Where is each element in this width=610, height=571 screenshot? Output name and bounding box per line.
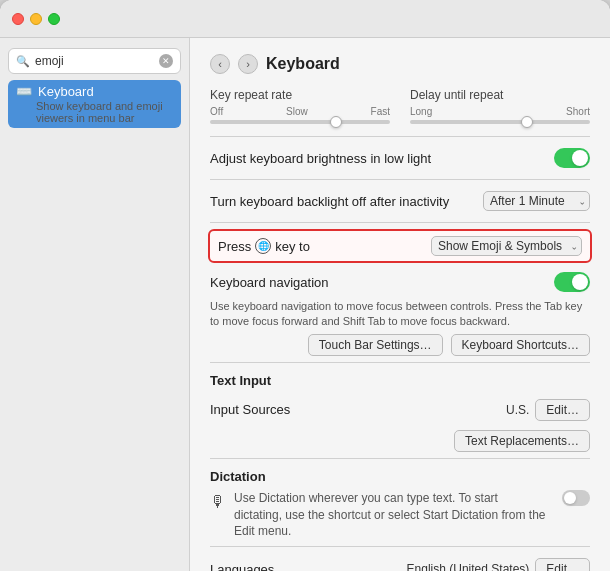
delay-repeat-section: Delay until repeat Long Short [410, 88, 590, 128]
delay-repeat-slider[interactable] [410, 120, 590, 124]
forward-button[interactable]: › [238, 54, 258, 74]
brightness-row: Adjust keyboard brightness in low light [210, 143, 590, 173]
content-area: 🔍 ✕ ⌨️ Keyboard Show keyboard and emoji … [0, 38, 610, 571]
press-key-select-wrapper[interactable]: Show Emoji & Symbols Change Input Source… [431, 236, 582, 256]
press-key-select[interactable]: Show Emoji & Symbols Change Input Source… [431, 236, 582, 256]
dictation-description-row: 🎙 Use Dictation wherever you can type te… [210, 490, 590, 540]
touch-bar-settings-button[interactable]: Touch Bar Settings… [308, 334, 443, 356]
keyboard-icon: ⌨️ [16, 84, 32, 99]
minimize-button[interactable] [30, 13, 42, 25]
microphone-icon: 🎙 [210, 491, 226, 513]
divider-3 [210, 222, 590, 223]
divider-1 [210, 136, 590, 137]
press-key-row: Press 🌐 key to Show Emoji & Symbols Chan… [208, 229, 592, 263]
key-to-text: key to [275, 239, 310, 254]
languages-value: English (United States) [407, 562, 530, 571]
sidebar-item-label: ⌨️ Keyboard [16, 84, 173, 99]
text-input-title: Text Input [210, 373, 590, 388]
delay-repeat-label: Delay until repeat [410, 88, 590, 102]
keyboard-nav-row: Keyboard navigation [210, 267, 590, 297]
globe-icon: 🌐 [255, 238, 271, 254]
divider-4 [210, 362, 590, 363]
press-key-label: Press 🌐 key to [218, 238, 310, 254]
titlebar [0, 0, 610, 38]
sidebar: 🔍 ✕ ⌨️ Keyboard Show keyboard and emoji … [0, 38, 190, 571]
search-icon: 🔍 [16, 55, 30, 68]
backlight-select-wrapper[interactable]: After 1 Minute After 2 Minutes After 5 M… [483, 191, 590, 211]
replacements-btn-row: Text Replacements… [210, 430, 590, 452]
input-sources-label: Input Sources [210, 402, 506, 417]
system-preferences-window: 🔍 ✕ ⌨️ Keyboard Show keyboard and emoji … [0, 0, 610, 571]
panel-title: Keyboard [266, 55, 340, 73]
keyboard-shortcuts-button[interactable]: Keyboard Shortcuts… [451, 334, 590, 356]
languages-label: Languages [210, 562, 407, 571]
key-repeat-slider[interactable] [210, 120, 390, 124]
maximize-button[interactable] [48, 13, 60, 25]
sidebar-item-sublabel: Show keyboard and emoji viewers in menu … [16, 100, 173, 124]
keyboard-nav-section: Keyboard navigation Use keyboard navigat… [210, 267, 590, 330]
languages-row: Languages English (United States) Edit… [210, 553, 590, 571]
brightness-toggle[interactable] [554, 148, 590, 168]
delay-repeat-thumb[interactable] [521, 116, 533, 128]
key-repeat-thumb[interactable] [330, 116, 342, 128]
search-clear-button[interactable]: ✕ [159, 54, 173, 68]
key-repeat-label: Key repeat rate [210, 88, 390, 102]
search-input[interactable] [35, 54, 154, 68]
press-text: Press [218, 239, 251, 254]
backlight-row: Turn keyboard backlight off after inacti… [210, 186, 590, 216]
keyboard-nav-toggle[interactable] [554, 272, 590, 292]
backlight-select[interactable]: After 1 Minute After 2 Minutes After 5 M… [483, 191, 590, 211]
input-sources-edit-button[interactable]: Edit… [535, 399, 590, 421]
keyboard-nav-description: Use keyboard navigation to move focus be… [210, 299, 590, 330]
keyboard-nav-label: Keyboard navigation [210, 275, 554, 290]
divider-6 [210, 546, 590, 547]
input-sources-row: Input Sources U.S. Edit… [210, 394, 590, 426]
main-panel: ‹ › Keyboard Key repeat rate Off Slow Fa… [190, 38, 610, 571]
input-sources-value: U.S. [506, 403, 529, 417]
traffic-lights [12, 13, 60, 25]
key-repeat-labels: Off Slow Fast [210, 106, 390, 117]
brightness-label: Adjust keyboard brightness in low light [210, 151, 554, 166]
button-row: Touch Bar Settings… Keyboard Shortcuts… [210, 334, 590, 356]
divider-5 [210, 458, 590, 459]
dictation-title: Dictation [210, 469, 590, 484]
divider-2 [210, 179, 590, 180]
languages-value-group: English (United States) Edit… [407, 558, 590, 571]
back-button[interactable]: ‹ [210, 54, 230, 74]
panel-header: ‹ › Keyboard [210, 54, 590, 74]
dictation-description: Use Dictation wherever you can type text… [234, 490, 546, 540]
close-button[interactable] [12, 13, 24, 25]
search-box[interactable]: 🔍 ✕ [8, 48, 181, 74]
languages-edit-button[interactable]: Edit… [535, 558, 590, 571]
backlight-label: Turn keyboard backlight off after inacti… [210, 194, 483, 209]
text-replacements-button[interactable]: Text Replacements… [454, 430, 590, 452]
input-sources-value-group: U.S. Edit… [506, 399, 590, 421]
key-repeat-section: Key repeat rate Off Slow Fast [210, 88, 390, 128]
dictation-toggle[interactable] [562, 490, 590, 506]
delay-repeat-labels: Long Short [410, 106, 590, 117]
sidebar-item-keyboard[interactable]: ⌨️ Keyboard Show keyboard and emoji view… [8, 80, 181, 128]
